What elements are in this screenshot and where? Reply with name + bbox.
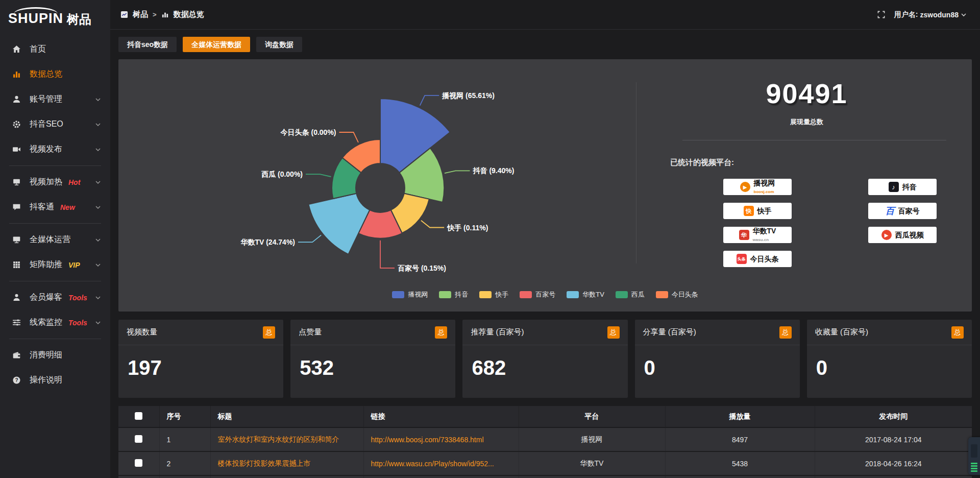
platforms-column-right: ♪抖音百百家号▶西瓜视频 [868, 179, 937, 267]
legend-item[interactable]: 播视网 [392, 290, 428, 299]
pie-label-line [380, 241, 395, 268]
brand-logo-en: SHUPIN [8, 12, 63, 26]
platforms-grid: ▶播视网boosj.com快快手华华数TVwasu.cn头条今日头条 ♪抖音百百… [657, 179, 957, 267]
chevron-down-icon [95, 320, 101, 326]
sidebar-item-video-publish[interactable]: 视频发布 [0, 137, 110, 162]
username-label: 用户名: [894, 10, 918, 19]
legend-item[interactable]: 今日头条 [656, 290, 698, 299]
total-impressions-value: 90491 [657, 78, 957, 109]
sidebar-item-consume-detail[interactable]: 消费明细 [0, 343, 110, 368]
brand-logo[interactable]: SHUPIN 树品 [0, 0, 110, 30]
platform-sub: wasu.cn [753, 237, 769, 242]
chevron-down-icon [95, 179, 101, 185]
video-title-link[interactable]: 室外水纹灯和室内水纹灯的区别和简介 [218, 435, 339, 444]
wasu-logo-icon: 华 [739, 230, 749, 240]
legend-item[interactable]: 快手 [479, 290, 508, 299]
sidebar-item-member-baoke[interactable]: 会员爆客Tools [0, 285, 110, 310]
stat-card-share-count: 分享量 (百家号)总0 [635, 320, 800, 398]
platform-badge-boosj: ▶播视网boosj.com [723, 179, 792, 195]
platform-name: 今日头条 [750, 255, 779, 263]
tab-inquiry-data[interactable]: 询盘数据 [256, 37, 302, 52]
legend-item[interactable]: 百家号 [520, 290, 555, 299]
platform-name: 播视网boosj.com [754, 179, 775, 194]
sidebar-item-badge: VIP [68, 261, 80, 269]
chart-legend: 播视网抖音快手百家号华数TV西瓜今日头条 [118, 290, 972, 299]
user-menu[interactable]: 用户名: zswodun88 [894, 10, 967, 19]
video-title-link[interactable]: 楼体投影灯投影效果震撼上市 [218, 459, 311, 468]
row-checkbox[interactable] [135, 435, 142, 443]
chevron-down-icon [961, 12, 967, 18]
widget-bar [971, 468, 977, 469]
cell-seq: 2 [159, 451, 210, 475]
tabs: 抖音seo数据全媒体运营数据询盘数据 [118, 37, 972, 52]
sidebar-item-home[interactable]: 首页 [0, 37, 110, 62]
legend-item[interactable]: 华数TV [567, 290, 604, 299]
legend-swatch [392, 291, 404, 298]
video-url-link[interactable]: http://www.boosj.com/7338468.html [371, 436, 484, 444]
chevron-down-icon [95, 237, 101, 243]
chevron-down-icon [95, 204, 101, 210]
stat-card-like-count: 点赞量总532 [290, 320, 455, 398]
platforms-column-left: ▶播视网boosj.com快快手华华数TVwasu.cn头条今日头条 [723, 179, 792, 267]
pie-label-line [445, 171, 470, 173]
legend-swatch [656, 291, 668, 298]
legend-item[interactable]: 西瓜 [616, 290, 645, 299]
pie-label: 快手 (0.11%) [447, 224, 488, 232]
platform-name: 西瓜视频 [895, 231, 924, 239]
fullscreen-icon[interactable] [877, 11, 885, 18]
sidebar-item-label: 矩阵助推 [30, 259, 62, 270]
sidebar-item-video-heat[interactable]: 视频加热Hot [0, 170, 110, 195]
video-url-link[interactable]: http://www.wasu.cn/Play/show/id/952... [371, 460, 494, 468]
wallet-icon [12, 351, 22, 360]
breadcrumb-root[interactable]: 树品 [133, 10, 148, 19]
sidebar-item-label: 视频发布 [30, 144, 62, 155]
col-time: 发布时间 [815, 406, 972, 427]
pie-label: 西瓜 (0.00%) [261, 170, 303, 178]
pie-label-line [420, 95, 439, 106]
sidebar-item-manual[interactable]: ?操作说明 [0, 368, 110, 393]
sidebar-item-data-overview[interactable]: 数据总览 [0, 62, 110, 87]
pie-label: 抖音 (9.40%) [473, 166, 514, 175]
tab-media-operation-data[interactable]: 全媒体运营数据 [183, 37, 250, 52]
display-icon [12, 178, 22, 186]
sidebar-item-matrix-boost[interactable]: 矩阵助推VIP [0, 252, 110, 277]
sidebar-item-media-operation[interactable]: 全媒体运营 [0, 227, 110, 252]
select-all-checkbox[interactable] [135, 412, 142, 420]
tab-douyin-seo-data[interactable]: 抖音seo数据 [118, 37, 177, 52]
table-row: 1室外水纹灯和室内水纹灯的区别和简介http://www.boosj.com/7… [118, 427, 972, 451]
table-row [118, 475, 972, 478]
stat-card-value: 0 [807, 345, 972, 379]
chevron-down-icon [95, 122, 101, 128]
sidebar-item-account-manage[interactable]: 账号管理 [0, 87, 110, 112]
cell-seq [159, 475, 210, 478]
pie-label-line [421, 221, 444, 228]
sidebar-item-douketong[interactable]: 抖客通New [0, 195, 110, 220]
pie-label: 百家号 (0.15%) [398, 264, 446, 272]
row-checkbox[interactable] [135, 459, 142, 467]
question-icon: ? [12, 376, 22, 385]
platform-name: 快手 [757, 207, 772, 215]
legend-swatch [567, 291, 579, 298]
legend-item[interactable]: 抖音 [439, 290, 468, 299]
pie-slice[interactable] [309, 194, 370, 254]
sidebar-item-label: 线索监控 [30, 317, 62, 328]
col-platform: 平台 [519, 406, 665, 427]
widget-bar [971, 463, 977, 464]
sidebar-item-label: 抖音SEO [30, 119, 63, 130]
platform-badge-wasu: 华华数TVwasu.cn [723, 227, 792, 243]
stat-card-value: 0 [635, 345, 800, 379]
widget-bar [971, 470, 977, 472]
legend-swatch [616, 291, 628, 298]
sidebar-item-douyin-seo[interactable]: 抖音SEO [0, 112, 110, 137]
video-icon [12, 145, 22, 154]
baijiahao-logo-icon: 百 [886, 205, 895, 217]
platform-name: 百家号 [898, 207, 920, 215]
stat-card-header: 视频数量总 [118, 320, 283, 345]
sidebar-divider [9, 223, 101, 224]
legend-label: 快手 [495, 290, 508, 299]
scroll-assistant-widget[interactable] [968, 437, 980, 475]
platform-name: 抖音 [902, 183, 917, 191]
sidebar-item-clue-monitor[interactable]: 线索监控Tools [0, 310, 110, 335]
pie-label-line [298, 235, 321, 242]
total-badge: 总 [779, 326, 792, 339]
